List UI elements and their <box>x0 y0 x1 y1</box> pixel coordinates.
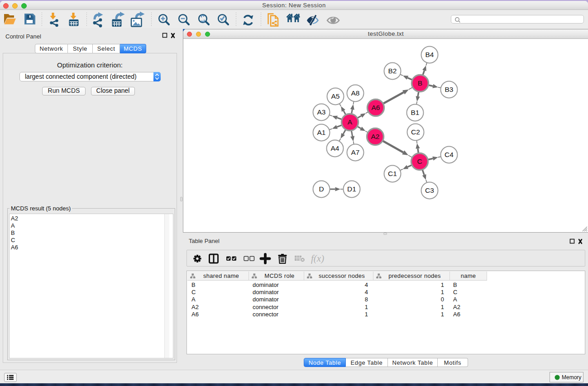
svg-text:A3: A3 <box>317 108 325 116</box>
svg-text:A4: A4 <box>330 144 339 152</box>
svg-text:B3: B3 <box>445 86 453 93</box>
svg-text:C4: C4 <box>445 151 454 158</box>
svg-text:A5: A5 <box>331 92 339 100</box>
svg-text:A1: A1 <box>317 129 325 136</box>
svg-text:A2: A2 <box>371 133 379 140</box>
svg-text:A8: A8 <box>351 89 359 97</box>
svg-text:B1: B1 <box>411 109 419 116</box>
svg-text:B: B <box>417 79 422 87</box>
svg-text:D: D <box>319 185 324 193</box>
svg-text:D1: D1 <box>347 185 356 193</box>
svg-text:C1: C1 <box>388 170 397 177</box>
svg-text:A6: A6 <box>371 104 380 111</box>
svg-text:B2: B2 <box>388 67 397 75</box>
svg-text:B4: B4 <box>425 51 434 58</box>
svg-text:f(x): f(x) <box>311 253 324 264</box>
svg-text:A: A <box>347 118 352 126</box>
svg-text:C2: C2 <box>411 128 420 136</box>
svg-text:A7: A7 <box>351 148 359 156</box>
svg-text:C3: C3 <box>425 186 434 194</box>
svg-text:C: C <box>417 157 422 165</box>
